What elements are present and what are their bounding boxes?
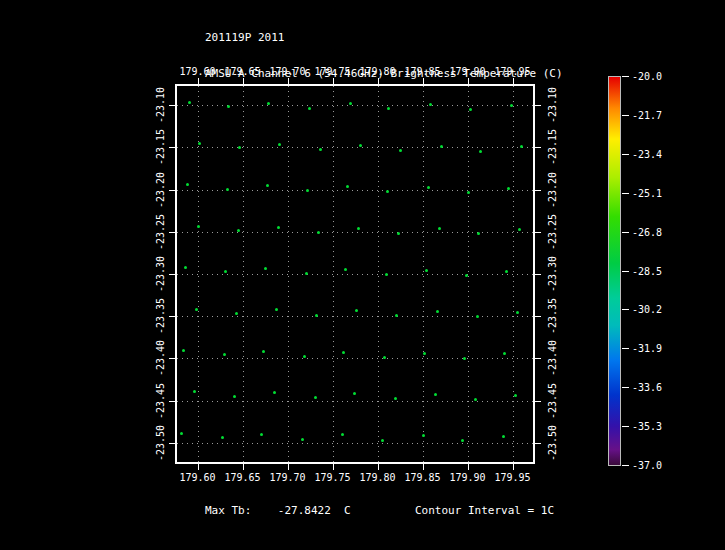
contour-interval-annotation: Contour Interval = 1C (415, 504, 554, 517)
colorbar-tick-label: -33.6 (632, 382, 662, 393)
x-tick-mark (378, 464, 379, 470)
x-axis-label: 179.65 (224, 472, 260, 483)
colorbar-tick-label: -25.1 (632, 187, 662, 198)
plot-canvas: 201119P 2011 AMSU-A Channel 6 (54.46GHz)… (0, 0, 725, 550)
data-point (188, 101, 191, 104)
y-tick-mark (535, 147, 541, 148)
colorbar-tick-label: -31.9 (632, 343, 662, 354)
x-tick-mark (333, 464, 334, 470)
y-axis-label: -23.40 (155, 340, 166, 376)
y-axis-label: -23.20 (155, 171, 166, 207)
x-axis-label: 179.90 (449, 472, 485, 483)
data-point (357, 227, 360, 230)
y-gridline (177, 274, 533, 275)
x-tick-mark (243, 78, 244, 84)
y-axis-label: -23.10 (155, 87, 166, 123)
data-point (399, 149, 402, 152)
data-point (197, 225, 200, 228)
data-point (479, 150, 482, 153)
data-point (465, 274, 468, 277)
x-axis-label: 179.90 (449, 66, 485, 77)
colorbar-tick-label: -20.0 (632, 71, 662, 82)
data-point (195, 308, 198, 311)
x-axis-label: 179.85 (404, 472, 440, 483)
x-axis-label: 179.95 (494, 472, 530, 483)
x-axis-label: 179.60 (179, 472, 215, 483)
data-point (226, 188, 229, 191)
x-tick-mark (423, 78, 424, 84)
y-gridline (177, 190, 533, 191)
x-axis-label: 179.70 (269, 472, 305, 483)
x-axis-label: 179.75 (314, 66, 350, 77)
x-axis-label: 179.70 (269, 66, 305, 77)
x-axis-label: 179.75 (314, 472, 350, 483)
x-tick-mark (468, 464, 469, 470)
y-axis-label: -23.50 (547, 425, 558, 461)
y-tick-mark (535, 401, 541, 402)
y-gridline (177, 147, 533, 148)
y-tick-mark (169, 401, 175, 402)
y-tick-mark (535, 190, 541, 191)
data-point (277, 226, 280, 229)
y-axis-label: -23.15 (547, 129, 558, 165)
y-axis-label: -23.45 (547, 383, 558, 419)
colorbar-tick-mark (622, 309, 629, 310)
data-point (467, 191, 470, 194)
y-axis-label: -23.30 (547, 256, 558, 292)
data-point (267, 102, 270, 105)
colorbar-tick-label: -28.5 (632, 265, 662, 276)
data-point (516, 311, 519, 314)
colorbar-tick-label: -21.7 (632, 109, 662, 120)
data-point (440, 145, 443, 148)
data-point (397, 232, 400, 235)
colorbar (608, 76, 621, 466)
colorbar-tick-mark (622, 387, 629, 388)
colorbar-tick-label: -37.0 (632, 460, 662, 471)
colorbar-tick-mark (622, 76, 629, 77)
colorbar-tick-mark (622, 465, 629, 466)
y-axis-label: -23.25 (547, 214, 558, 250)
colorbar-tick-mark (622, 348, 629, 349)
data-point (425, 269, 428, 272)
colorbar-tick-label: -23.4 (632, 148, 662, 159)
colorbar-tick-mark (622, 271, 629, 272)
x-tick-mark (288, 464, 289, 470)
data-point (422, 434, 425, 437)
data-point (505, 270, 508, 273)
y-tick-mark (535, 274, 541, 275)
y-axis-label: -23.20 (547, 171, 558, 207)
x-tick-mark (333, 78, 334, 84)
y-gridline (177, 316, 533, 317)
data-point (383, 356, 386, 359)
data-point (476, 315, 479, 318)
x-tick-mark (378, 78, 379, 84)
y-tick-mark (169, 190, 175, 191)
data-point (308, 107, 311, 110)
y-gridline (177, 105, 533, 106)
colorbar-tick-label: -30.2 (632, 304, 662, 315)
y-tick-mark (535, 105, 541, 106)
y-axis-label: -23.35 (547, 298, 558, 334)
y-axis-label: -23.25 (155, 214, 166, 250)
data-point (434, 393, 437, 396)
y-tick-mark (169, 232, 175, 233)
x-axis-label: 179.95 (494, 66, 530, 77)
y-tick-mark (169, 443, 175, 444)
x-axis-label: 179.60 (179, 66, 215, 77)
colorbar-tick-mark (622, 426, 629, 427)
data-point (317, 231, 320, 234)
x-tick-mark (513, 464, 514, 470)
data-point (507, 187, 510, 190)
max-tb-annotation: Max Tb: -27.8422 C (205, 504, 351, 517)
y-tick-mark (169, 147, 175, 148)
x-tick-mark (288, 78, 289, 84)
x-axis-label: 179.80 (359, 66, 395, 77)
data-point (474, 398, 477, 401)
data-point (381, 439, 384, 442)
data-point (303, 355, 306, 358)
data-point (385, 273, 388, 276)
y-axis-label: -23.50 (155, 425, 166, 461)
y-axis-label: -23.10 (547, 87, 558, 123)
y-tick-mark (535, 358, 541, 359)
x-tick-mark (198, 78, 199, 84)
